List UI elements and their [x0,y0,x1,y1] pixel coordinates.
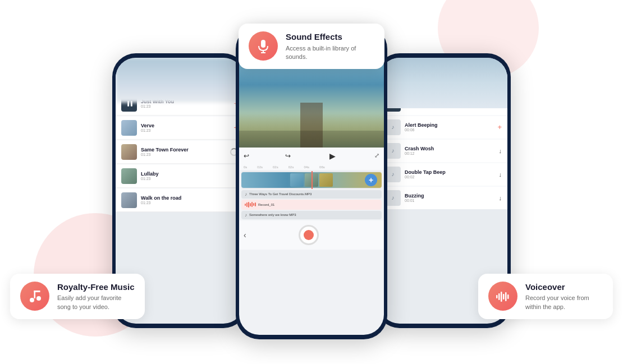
phone-center: ‹ ⓘ ⟳ ⬇ ↩ ↪ ▶ ⤢ 0s 02s [236,25,387,339]
svg-rect-3 [34,291,40,292]
undo-button[interactable]: ↩ [244,152,249,160]
expand-icon[interactable]: ⤢ [374,152,379,159]
effect-duration: 00:12 [405,151,495,155]
music-feature-desc: Easily add your favorite song to your vi… [57,294,135,311]
track-info: Walk on the road 01:23 [141,195,231,205]
music-feature-text: Royalty-Free Music Easily add your favor… [57,282,135,311]
waveform-icon-svg [496,289,510,303]
waveform-bar [251,202,253,207]
back-nav-icon[interactable]: ‹ [244,231,246,239]
svg-rect-10 [503,294,505,300]
phone-center-screen: ‹ ⓘ ⟳ ⬇ ↩ ↪ ▶ ⤢ 0s 02s [239,30,384,335]
list-item[interactable]: Verve 01:23 + [116,117,244,140]
waveform-bar [253,203,254,206]
voice-feature-text: Voiceover Record your voice from within … [525,282,603,311]
video-overlay [239,131,384,148]
landscape-bg-right [379,58,507,108]
music-feature-title: Royalty-Free Music [57,282,135,293]
track-duration: 01:23 [141,153,226,156]
track-title: Verve [141,123,230,128]
clip-thumb [290,173,304,187]
list-item[interactable]: ♪ Buzzing 00:01 ↓ [379,187,507,209]
music-note-icon: ♪ [245,192,247,197]
download-effect-icon[interactable]: ↓ [499,171,502,178]
list-item[interactable]: Lullaby 01:23 ↓ [116,165,244,188]
effect-title: Alert Beeping [405,122,493,128]
effect-duration: 00:06 [405,128,493,132]
add-effect-icon[interactable]: + [497,123,502,131]
download-effect-icon[interactable]: ↓ [499,195,502,201]
list-item[interactable]: ♪ Crash Wosh 00:12 ↓ [379,140,507,162]
track-info: Verve 01:23 [141,123,230,132]
sound-feature-text: Sound Effects Access a built-in library … [286,31,374,61]
svg-point-0 [30,298,34,302]
track-title: Lullaby [141,171,231,177]
playhead [312,171,313,189]
list-item[interactable]: ♪ Alert Beeping 00:06 + [379,116,507,139]
list-item[interactable]: Same Town Forever 01:23 [116,141,244,164]
voice-feature-desc: Record your voice from within the app. [525,294,603,311]
add-track-button[interactable]: + [365,174,377,186]
track-thumb [121,144,137,160]
track-title: Same Town Forever [141,147,226,153]
download-effect-icon[interactable]: ↓ [499,148,502,154]
voice-feature-title: Voiceover [525,282,603,293]
video-track[interactable]: + [241,171,382,189]
waveform-bar [248,202,249,208]
audio-track-voice[interactable]: Record_01 [241,200,382,210]
svg-rect-7 [496,295,498,298]
record-button[interactable] [299,225,319,245]
list-item[interactable]: Walk on the road 01:23 ↓ [116,189,244,212]
effect-thumb: ♪ [385,190,401,206]
voice-feature-icon [488,282,517,311]
timeline-controls: ↩ ↪ ▶ ⤢ [239,148,384,164]
effect-title: Buzzing [405,193,495,199]
svg-rect-8 [498,293,500,300]
ruler-mark: 06s [319,165,325,169]
list-item[interactable]: ♪ Double Tap Beep 00:02 ↓ [379,163,507,186]
video-preview [239,58,384,148]
svg-rect-9 [501,292,502,302]
music-list: ▐▐ Just With You 01:23 + Verve 01:23 + [116,93,244,212]
sound-feature-desc: Access a built-in library of sounds. [286,44,374,62]
effect-duration: 00:02 [405,175,495,179]
svg-rect-4 [261,40,265,48]
ruler-mark: 04s [304,165,309,169]
sound-feature-title: Sound Effects [286,31,374,43]
track-thumb [121,192,137,208]
svg-rect-12 [507,294,509,299]
record-indicator [304,230,314,240]
track-thumb [121,120,137,136]
music-feature-icon [20,282,49,311]
effect-thumb: ♪ [385,119,401,135]
audio-label: Record_01 [258,203,274,206]
waveform [245,201,256,208]
audio-track-music[interactable]: ♪ Three Ways To Get Travel Discounts.MP3 [241,190,382,199]
center-bottom-bar: ‹ [239,220,384,250]
effect-info: Double Tap Beep 00:02 [405,169,495,179]
card-music: Royalty-Free Music Easily add your favor… [10,274,145,319]
waveform-bar [245,204,246,206]
card-sound: Sound Effects Access a built-in library … [239,24,384,69]
track-duration: 01:23 [141,104,230,108]
effect-info: Crash Wosh 00:12 [405,146,495,155]
mic-icon-svg [256,39,271,53]
effect-title: Double Tap Beep [405,169,495,175]
svg-point-1 [36,296,41,301]
track-info: Lullaby 01:23 [141,171,231,181]
track-duration: 01:23 [141,177,231,181]
timeline-ruler: 0s 02s 02s 02s 04s 06s [239,164,384,170]
track-title: Walk on the road [141,195,231,201]
play-button[interactable]: ▶ [326,150,338,162]
effects-list: ▐▐ Breaking Whoosh 00:08 + ♪ Alert Beepi… [379,93,507,209]
waveform-bar [246,202,248,207]
audio-track-music2[interactable]: ♪ Somewhere only we know MP3 [241,211,382,219]
redo-button[interactable]: ↪ [285,152,291,160]
waveform-bar [250,203,251,206]
effect-duration: 00:01 [405,199,495,202]
card-voice: Voiceover Record your voice from within … [478,274,613,319]
landscape-bg-left [116,58,244,103]
track-duration: 01:23 [141,201,231,205]
ruler-mark: 02s [273,165,278,169]
effect-info: Alert Beeping 00:06 [405,122,493,132]
